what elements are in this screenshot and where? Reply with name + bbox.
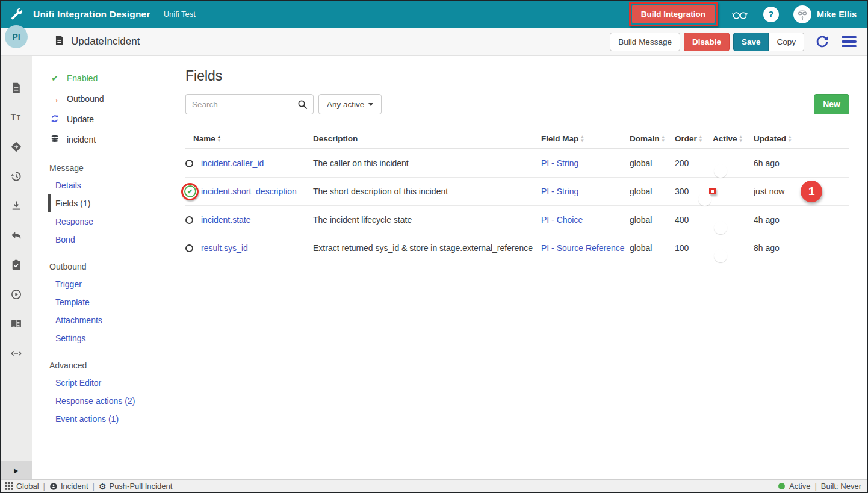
download-icon[interactable] bbox=[10, 199, 23, 212]
field-updated: 6h ago bbox=[754, 158, 849, 168]
column-header-domain[interactable]: Domain ▴▾ bbox=[630, 134, 675, 143]
disable-button[interactable]: Disable bbox=[684, 33, 730, 51]
nav-status-update[interactable]: Update bbox=[32, 109, 166, 129]
grid-icon bbox=[5, 482, 13, 490]
nav-item-details[interactable]: Details bbox=[32, 176, 166, 194]
table-row: result.sys_id Extract returned sys_id & … bbox=[185, 234, 849, 262]
refresh-sync-icon bbox=[49, 114, 60, 125]
built-status: Built: Never bbox=[821, 482, 861, 491]
sort-carets-icon: ▴▾ bbox=[662, 135, 665, 142]
check-circle-icon: ✔ bbox=[184, 185, 196, 197]
user-menu[interactable]: Mike Ellis bbox=[793, 5, 857, 23]
field-order: 100 bbox=[675, 243, 713, 253]
annotation-box-toggle bbox=[709, 188, 716, 194]
history-icon[interactable] bbox=[10, 170, 23, 183]
search-input[interactable] bbox=[185, 94, 291, 114]
nav-status-direction[interactable]: → Outbound bbox=[32, 88, 166, 109]
save-button[interactable]: Save bbox=[733, 33, 769, 51]
integration-selector[interactable]: ⚙ Push-Pull Incident bbox=[99, 482, 172, 491]
nav-status-enabled[interactable]: ✔ Enabled bbox=[32, 68, 166, 88]
column-header-name[interactable]: Name ▴▾ bbox=[185, 134, 313, 143]
nav-item-fields[interactable]: Fields (1) bbox=[48, 194, 166, 212]
annotation-box-build-integration: Build Integration bbox=[629, 2, 718, 26]
nav-item-bond[interactable]: Bond bbox=[32, 231, 166, 249]
nav-item-response-actions[interactable]: Response actions (2) bbox=[32, 392, 166, 410]
field-description: The incident lifecycle state bbox=[313, 215, 541, 225]
nav-item-settings[interactable]: Settings bbox=[32, 329, 166, 347]
gear-icon: ⚙ bbox=[99, 482, 107, 491]
nav-item-trigger[interactable]: Trigger bbox=[32, 275, 166, 293]
rail-collapse-button[interactable]: ▶ bbox=[1, 461, 32, 479]
field-map-link[interactable]: PI - Source Reference bbox=[541, 243, 625, 253]
field-domain: global bbox=[630, 243, 675, 253]
field-name-link[interactable]: incident.state bbox=[201, 215, 251, 225]
field-domain: global bbox=[630, 215, 675, 225]
row-status-icon bbox=[185, 216, 201, 224]
document-icon[interactable] bbox=[10, 81, 23, 95]
nav-item-script-editor[interactable]: Script Editor bbox=[32, 374, 166, 392]
field-map-link[interactable]: PI - String bbox=[541, 158, 578, 168]
field-order: 400 bbox=[675, 215, 713, 225]
active-filter-dropdown[interactable]: Any active bbox=[318, 94, 382, 114]
status-dot-icon bbox=[778, 483, 785, 489]
record-header: PI UpdateIncident Build Message Disable … bbox=[1, 28, 867, 56]
wrench-icon[interactable] bbox=[1, 7, 33, 22]
svg-text:T: T bbox=[17, 114, 20, 121]
application-selector[interactable]: Incident bbox=[49, 482, 88, 491]
column-header-field-map[interactable]: Field Map ▴▾ bbox=[541, 134, 630, 143]
code-icon[interactable] bbox=[10, 347, 23, 360]
new-button[interactable]: New bbox=[814, 94, 849, 114]
environment-title[interactable]: Unifi Test bbox=[164, 10, 196, 19]
preview-glasses-icon[interactable] bbox=[731, 7, 749, 22]
field-map-link[interactable]: PI - Choice bbox=[541, 215, 583, 225]
tasks-icon[interactable] bbox=[10, 258, 23, 271]
scope-selector[interactable]: Global bbox=[5, 482, 39, 491]
directions-icon[interactable] bbox=[10, 140, 23, 153]
column-header-description[interactable]: Description bbox=[313, 134, 541, 143]
app-title: Unifi Integration Designer bbox=[33, 9, 150, 20]
row-status-icon bbox=[185, 244, 201, 252]
field-name-link[interactable]: incident.short_description bbox=[201, 187, 297, 196]
process-avatar[interactable]: PI bbox=[5, 25, 28, 48]
field-map-link[interactable]: PI - String bbox=[541, 187, 578, 196]
user-avatar-icon bbox=[793, 5, 811, 23]
sort-carets-icon: ▴▾ bbox=[740, 135, 742, 142]
field-name-link[interactable]: result.sys_id bbox=[201, 243, 248, 253]
nav-section-advanced: Advanced bbox=[32, 361, 166, 370]
copy-button[interactable]: Copy bbox=[769, 33, 804, 51]
main-content: Fields Any active New bbox=[166, 56, 867, 479]
table-row: ✔ incident.short_description The short d… bbox=[185, 178, 849, 206]
play-circle-icon[interactable] bbox=[10, 288, 23, 301]
nav-item-response[interactable]: Response bbox=[32, 212, 166, 231]
refresh-icon[interactable] bbox=[815, 34, 829, 49]
field-updated: 8h ago bbox=[754, 243, 849, 253]
nav-section-outbound: Outbound bbox=[32, 262, 166, 271]
build-message-button[interactable]: Build Message bbox=[610, 33, 680, 51]
field-name-link[interactable]: incident.caller_id bbox=[201, 158, 264, 168]
record-title: UpdateIncident bbox=[71, 36, 140, 48]
field-updated: 4h ago bbox=[754, 215, 849, 225]
book-icon[interactable] bbox=[10, 317, 23, 330]
user-name: Mike Ellis bbox=[817, 10, 857, 19]
search-icon[interactable] bbox=[291, 94, 314, 114]
nav-item-event-actions[interactable]: Event actions (1) bbox=[32, 410, 166, 428]
build-integration-button[interactable]: Build Integration bbox=[632, 5, 715, 23]
column-header-active[interactable]: Active ▴▾ bbox=[713, 134, 754, 143]
column-header-updated[interactable]: Updated ▴▾ bbox=[754, 134, 849, 143]
nav-status-table[interactable]: incident bbox=[32, 129, 166, 150]
menu-icon[interactable] bbox=[842, 36, 857, 48]
app-window: Unifi Integration Designer Unifi Test Bu… bbox=[0, 0, 868, 493]
text-format-icon[interactable]: TT bbox=[10, 111, 23, 124]
help-icon[interactable]: ? bbox=[763, 7, 779, 22]
field-description: The caller on this incident bbox=[313, 158, 541, 168]
reply-icon[interactable] bbox=[10, 229, 23, 242]
field-description: Extract returned sys_id & store in stage… bbox=[313, 243, 541, 253]
nav-item-attachments[interactable]: Attachments bbox=[32, 311, 166, 329]
sort-carets-icon: ▴▾ bbox=[699, 135, 702, 142]
database-icon bbox=[49, 134, 60, 146]
annotation-step-badge: 1 bbox=[801, 181, 822, 202]
nav-item-template[interactable]: Template bbox=[32, 293, 166, 311]
column-header-order[interactable]: Order ▴▾ bbox=[675, 134, 713, 143]
integration-status: Active bbox=[789, 482, 810, 491]
sort-carets-icon: ▴▾ bbox=[789, 135, 791, 142]
